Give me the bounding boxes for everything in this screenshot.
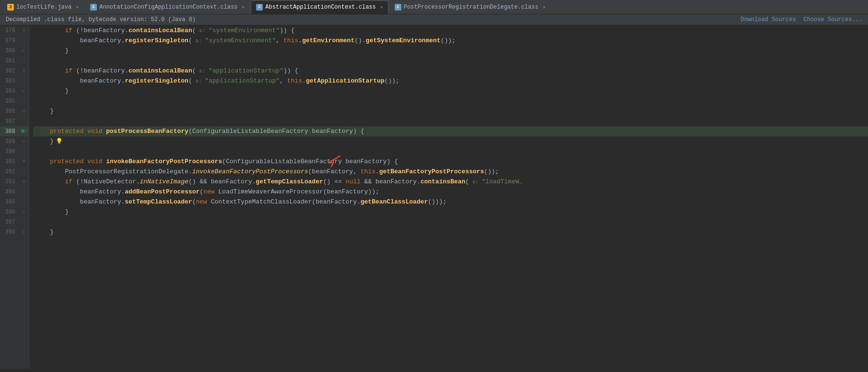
gutter-icon: ▷	[19, 88, 29, 94]
tab-abstract-app-context[interactable]: C AbstractApplicationContext.class ✕	[251, 0, 388, 14]
gutter-icon: ▷	[19, 108, 29, 114]
gutter-row-380: 380 ▷	[0, 46, 29, 56]
tab-close-button[interactable]: ✕	[543, 4, 546, 10]
gutter-icon: ▷	[19, 48, 29, 53]
fold-icon: ▽	[23, 68, 25, 73]
gutter-row-391: 391 ▽	[0, 156, 29, 167]
line-number: 392	[0, 168, 19, 175]
fold-icon: ▷	[23, 229, 25, 235]
gutter-row-397: 397	[0, 217, 29, 227]
gutter-row-386: 386 ▷	[0, 106, 29, 116]
code-line-394: beanFactory.addBeanPostProcessor(new Loa…	[33, 187, 868, 197]
download-sources-link[interactable]: Download Sources	[740, 16, 796, 23]
gutter-icon: ▽	[19, 159, 29, 164]
tab-bar: J locTestLife.java ✕ C AnnotationConfigA…	[0, 0, 868, 14]
fold-icon: ▷	[23, 88, 25, 94]
code-line-393: if (!NativeDetector.inNativeImage() && b…	[33, 177, 868, 187]
keyword-protected: protected	[50, 128, 87, 135]
tab-post-processor-delegate[interactable]: C PostProcessorRegistrationDelegate.clas…	[389, 0, 551, 14]
code-area: 378 ▽ 379 380 ▷ 381 382 ▽ 383 384 ▷ 385	[0, 25, 868, 369]
tab-close-button[interactable]: ✕	[242, 4, 245, 10]
tab-close-button[interactable]: ✕	[380, 4, 383, 10]
method-containsLocalBean: containsLocalBean	[129, 27, 192, 34]
code-line-398: }	[33, 227, 868, 237]
gutter-row-392: 392	[0, 167, 29, 177]
fold-icon: ▷	[23, 139, 25, 144]
keyword-void-2: void	[87, 158, 106, 165]
code-line-395: beanFactory.setTempClassLoader(new Conte…	[33, 197, 868, 207]
tab-label: AbstractApplicationContext.class	[265, 4, 375, 11]
line-number: 382	[0, 68, 19, 74]
gutter-row-379: 379	[0, 36, 29, 46]
gutter-row-383: 383	[0, 76, 29, 86]
tab-close-button[interactable]: ✕	[76, 4, 79, 10]
line-number: 396	[0, 209, 19, 216]
fold-icon: ▽	[23, 28, 25, 33]
info-bar-links: Download Sources Choose Sources...	[740, 16, 862, 23]
method-getApplicationStartup: getApplicationStartup	[306, 77, 385, 84]
gutter-row-396: 396 ▷	[0, 207, 29, 217]
code-line-378: if (!beanFactory.containsLocalBean( s: "…	[33, 25, 868, 36]
line-number: 394	[0, 189, 19, 195]
choose-sources-link[interactable]: Choose Sources...	[804, 16, 862, 23]
code-line-397	[33, 217, 868, 227]
class-file-icon: C	[395, 4, 401, 11]
line-number: 378	[0, 27, 19, 34]
method-containsBean: containsBean	[421, 178, 466, 185]
line-number: 381	[0, 58, 19, 64]
java-file-icon: J	[7, 4, 14, 11]
code-line-391: protected void invokeBeanFactoryPostProc…	[33, 156, 868, 167]
line-number: 384	[0, 88, 19, 95]
code-line-385	[33, 96, 868, 106]
line-number: 390	[0, 148, 19, 155]
line-number: 391	[0, 158, 19, 165]
method-registerSingleton-2: registerSingleton	[125, 77, 188, 84]
gutter-row-390: 390	[0, 146, 29, 156]
gutter-row-387: 387	[0, 116, 29, 126]
code-editor[interactable]: if (!beanFactory.containsLocalBean( s: "…	[29, 25, 868, 369]
code-line-392: PostProcessorRegistrationDelegate.invoke…	[33, 167, 868, 177]
gutter-row-393: 393 ▽	[0, 177, 29, 187]
method-setTempClassLoader: setTempClassLoader	[125, 198, 192, 205]
keyword-if: if	[65, 67, 76, 74]
code-line-386: }	[33, 106, 868, 116]
gutter-icon: ▷	[19, 139, 29, 144]
code-line-381	[33, 56, 868, 66]
tab-locTestLife[interactable]: J locTestLife.java ✕	[2, 0, 84, 14]
tab-label: locTestLife.java	[16, 4, 71, 11]
fold-icon: ▽	[23, 159, 25, 164]
bookmark-icon: ⊙	[21, 128, 24, 135]
keyword-if-2: if	[65, 178, 76, 185]
method-addBeanPostProcessor: addBeanPostProcessor	[125, 188, 199, 195]
method-getEnvironment: getEnvironment	[302, 37, 354, 44]
info-bar: Decompiled .class file, bytecode version…	[0, 14, 868, 25]
code-line-382: if (!beanFactory.containsLocalBean( s: "…	[33, 66, 868, 76]
line-number: 387	[0, 118, 19, 125]
method-postProcessBeanFactory: postProcessBeanFactory	[106, 128, 188, 135]
method-registerSingleton: registerSingleton	[125, 37, 188, 44]
line-number: 386	[0, 108, 19, 115]
keyword-protected-2: protected	[50, 158, 87, 165]
line-number: 388	[0, 128, 19, 135]
method-getSystemEnvironment: getSystemEnvironment	[366, 37, 441, 44]
tab-annotation-config[interactable]: C AnnotationConfigApplicationContext.cla…	[85, 0, 250, 14]
gutter-row-389: 389 ▷	[0, 136, 29, 146]
tab-label: PostProcessorRegistrationDelegate.class	[404, 4, 539, 11]
fold-icon: ▷	[23, 48, 25, 53]
line-number: 383	[0, 78, 19, 84]
gutter-row-382: 382 ▽	[0, 66, 29, 76]
method-invokeBeanFactoryPostProcessors: invokeBeanFactoryPostProcessors	[106, 158, 222, 165]
class-file-icon: C	[90, 4, 97, 11]
code-line-380: }	[33, 46, 868, 56]
line-number: 398	[0, 229, 19, 236]
gutter-row-395: 395	[0, 197, 29, 207]
code-line-396: }	[33, 207, 868, 217]
gutter-icon: ▷	[19, 229, 29, 235]
code-line-388: protected void postProcessBeanFactory(Co…	[33, 126, 868, 136]
method-inNativeImage: inNativeImage	[140, 178, 188, 185]
method-getBFPP: getBeanFactoryPostProcessors	[379, 168, 484, 175]
code-line-384: }	[33, 86, 868, 96]
method-containsLocalBean-2: containsLocalBean	[129, 67, 192, 74]
fold-icon: ▽	[23, 179, 25, 184]
code-line-387	[33, 116, 868, 126]
